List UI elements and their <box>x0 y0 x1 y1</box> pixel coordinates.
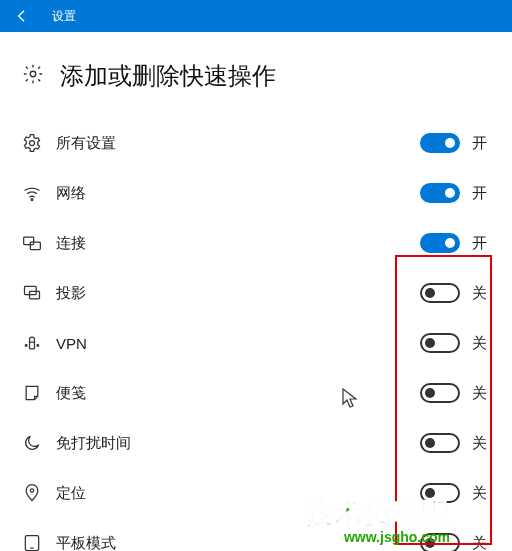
row-tablet-mode: 平板模式 关 <box>22 518 490 551</box>
svg-point-0 <box>30 71 36 77</box>
svg-point-9 <box>37 345 39 347</box>
toggle-state: 关 <box>472 484 490 503</box>
svg-point-10 <box>30 489 33 492</box>
toggle-state: 关 <box>472 434 490 453</box>
quick-actions-list: 所有设置 开 网络 开 连接 开 投影 关 VPN 关 <box>22 118 490 551</box>
toggle-state: 开 <box>472 184 490 203</box>
toggle-location[interactable] <box>420 483 460 503</box>
toggle-state: 开 <box>472 234 490 253</box>
row-connect: 连接 开 <box>22 218 490 268</box>
page-title: 添加或删除快速操作 <box>60 60 276 92</box>
toggle-project[interactable] <box>420 283 460 303</box>
row-label: 定位 <box>56 484 420 503</box>
project-icon <box>22 283 56 303</box>
toggle-connect[interactable] <box>420 233 460 253</box>
toggle-network[interactable] <box>420 183 460 203</box>
toggle-tablet-mode[interactable] <box>420 533 460 551</box>
row-network: 网络 开 <box>22 168 490 218</box>
row-label: 平板模式 <box>56 534 420 552</box>
row-quiet-hours: 免打扰时间 关 <box>22 418 490 468</box>
svg-rect-7 <box>30 342 35 349</box>
svg-rect-5 <box>25 286 37 294</box>
row-label: 网络 <box>56 184 420 203</box>
settings-icon <box>22 133 56 153</box>
row-vpn: VPN 关 <box>22 318 490 368</box>
svg-point-2 <box>31 199 33 201</box>
note-icon <box>22 383 56 403</box>
toggle-quiet-hours[interactable] <box>420 433 460 453</box>
svg-point-8 <box>25 345 27 347</box>
row-label: 免打扰时间 <box>56 434 420 453</box>
cursor-icon <box>342 388 358 414</box>
app-title: 设置 <box>52 8 76 25</box>
moon-icon <box>22 433 56 453</box>
toggle-vpn[interactable] <box>420 333 460 353</box>
row-label: 所有设置 <box>56 134 420 153</box>
location-icon <box>22 483 56 503</box>
toggle-sticky-notes[interactable] <box>420 383 460 403</box>
toggle-state: 开 <box>472 134 490 153</box>
row-project: 投影 关 <box>22 268 490 318</box>
row-label: 连接 <box>56 234 420 253</box>
vpn-icon <box>22 333 56 353</box>
toggle-state: 关 <box>472 334 490 353</box>
toggle-state: 关 <box>472 384 490 403</box>
row-sticky-notes: 便笺 关 <box>22 368 490 418</box>
row-label: VPN <box>56 335 420 352</box>
row-label: 投影 <box>56 284 420 303</box>
back-button[interactable] <box>0 0 44 32</box>
gear-icon <box>22 63 44 89</box>
toggle-all-settings[interactable] <box>420 133 460 153</box>
connect-icon <box>22 233 56 253</box>
svg-point-1 <box>30 141 35 146</box>
toggle-state: 关 <box>472 284 490 303</box>
row-all-settings: 所有设置 开 <box>22 118 490 168</box>
tablet-icon <box>22 533 56 551</box>
toggle-state: 关 <box>472 534 490 552</box>
wifi-icon <box>22 183 56 203</box>
svg-rect-3 <box>24 237 34 245</box>
svg-rect-4 <box>30 242 40 250</box>
row-label: 便笺 <box>56 384 420 403</box>
row-location: 定位 关 <box>22 468 490 518</box>
